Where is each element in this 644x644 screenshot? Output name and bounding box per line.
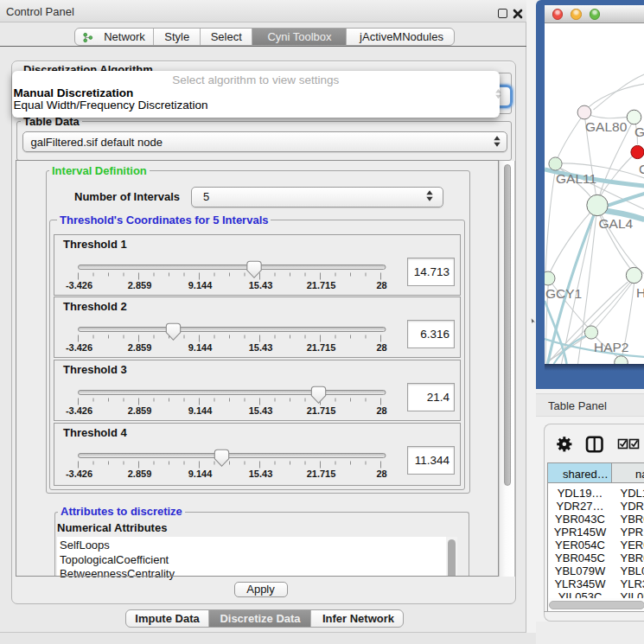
svg-text:GA: GA [634, 124, 644, 139]
svg-text:GCY1: GCY1 [545, 286, 582, 301]
svg-text:HAP2: HAP2 [594, 340, 629, 354]
svg-text:C: C [639, 162, 644, 176]
svg-text:H: H [636, 285, 644, 300]
svg-text:GAL11: GAL11 [556, 171, 596, 186]
svg-text:GAL80: GAL80 [585, 119, 628, 134]
svg-text:GAL4: GAL4 [598, 216, 633, 231]
